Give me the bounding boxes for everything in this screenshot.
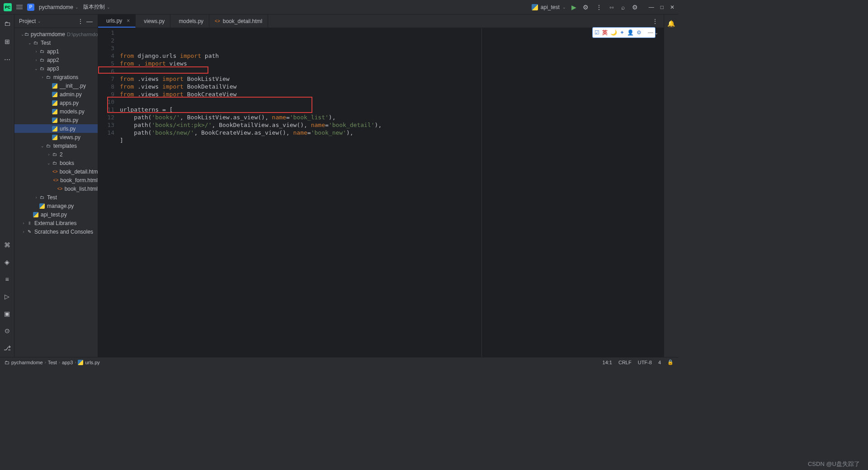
titlebar: PC P pycharmdome⌄ 版本控制⌄ api_test ⌄ ▶ ⚙ ⋮…: [0, 0, 678, 14]
editor-tabs: urls.py×views.pymodels.py<>book_detail.h…: [98, 14, 664, 28]
tree-item[interactable]: 🗀app3: [14, 64, 98, 73]
chevron-down-icon: ⌄: [38, 19, 41, 24]
project-tree[interactable]: 🗀pycharmdomeD:\pycharmdom🗀Test🗀app1🗀app2…: [14, 28, 98, 238]
git-icon[interactable]: ⎇: [4, 344, 11, 352]
chevron-down-icon: ⌄: [75, 5, 79, 9]
run-config-dropdown[interactable]: api_test ⌄: [532, 4, 566, 10]
structure-tool-icon[interactable]: ⊞: [5, 38, 10, 45]
editor-tab[interactable]: models.py: [170, 14, 209, 28]
python-icon: [532, 4, 538, 10]
services-icon[interactable]: ≡: [5, 276, 9, 283]
tree-item[interactable]: admin.py: [14, 90, 98, 99]
tree-item[interactable]: 🗀app1: [14, 47, 98, 56]
settings-icon[interactable]: ⚙: [631, 3, 639, 12]
gear-icon[interactable]: ⚙: [637, 29, 642, 36]
notifications-icon[interactable]: 🔔: [667, 20, 675, 27]
tree-item[interactable]: 🗀migrations: [14, 73, 98, 81]
tree-item[interactable]: 🗀pycharmdomeD:\pycharmdom: [14, 30, 98, 38]
tree-item[interactable]: api_test.py: [14, 210, 98, 219]
line-separator[interactable]: CRLF: [618, 360, 632, 365]
right-margin-line: [481, 28, 482, 357]
tree-item[interactable]: manage.py: [14, 202, 98, 210]
tree-item[interactable]: tests.py: [14, 116, 98, 124]
close-tab-icon[interactable]: ×: [127, 18, 130, 24]
collapse-icon[interactable]: —: [648, 29, 653, 36]
code-content[interactable]: from django.urls import pathfrom . impor…: [120, 28, 664, 357]
ime-check-icon[interactable]: ☑: [594, 29, 599, 36]
vcs-dropdown[interactable]: 版本控制⌄: [83, 3, 110, 11]
project-tool-icon[interactable]: 🗀: [4, 20, 10, 27]
indent-info[interactable]: 4: [658, 360, 661, 365]
terminal-icon[interactable]: ▣: [4, 310, 10, 317]
lock-icon[interactable]: 🔒: [667, 359, 674, 365]
status-bar: 🗀pycharmdome›Test›app3›urls.py 14:1 CRLF…: [0, 357, 678, 367]
close-button[interactable]: ✕: [670, 4, 675, 10]
right-tool-gutter: 🔔: [664, 14, 678, 357]
main-menu-icon[interactable]: [16, 5, 23, 9]
tree-item[interactable]: 🗀2: [14, 150, 98, 159]
breadcrumb[interactable]: 🗀pycharmdome›Test›app3›urls.py: [5, 360, 100, 365]
run-button[interactable]: ▶: [571, 4, 576, 11]
more-icon[interactable]: ⋮: [595, 3, 603, 12]
minimize-button[interactable]: —: [649, 4, 654, 10]
tree-item[interactable]: <>book_list.html: [14, 184, 98, 193]
maximize-button[interactable]: □: [660, 4, 664, 10]
tree-item[interactable]: __init__.py: [14, 81, 98, 90]
run-tool-icon[interactable]: ▷: [5, 293, 9, 300]
person-icon[interactable]: ◦◦: [609, 3, 615, 12]
line-numbers: 1234567891011121314: [98, 28, 120, 357]
project-dropdown[interactable]: pycharmdome⌄: [39, 4, 79, 10]
problems-icon[interactable]: ⊙: [5, 327, 10, 334]
tree-item[interactable]: ⫴External Libraries: [14, 219, 98, 227]
project-panel-header[interactable]: Project ⌄ ⋮ —: [14, 14, 98, 28]
left-tool-gutter: 🗀 ⊞ ⋯ ⌘ ◈ ≡ ▷ ▣ ⊙ ⎇: [0, 14, 14, 357]
more-tool-icon[interactable]: ⋯: [4, 56, 10, 63]
tree-item[interactable]: 🗀templates: [14, 141, 98, 150]
tree-item[interactable]: ✎Scratches and Consoles: [14, 227, 98, 236]
debug-icon[interactable]: ⚙: [582, 3, 590, 12]
tree-item[interactable]: views.py: [14, 133, 98, 141]
tree-item[interactable]: 🗀Test: [14, 38, 98, 47]
ime-toolbar[interactable]: ☑ 英 🌙 ✦ 👤 ⚙ —: [592, 27, 656, 38]
project-panel: Project ⌄ ⋮ — 🗀pycharmdomeD:\pycharmdom🗀…: [14, 14, 98, 357]
search-icon[interactable]: ⌕: [620, 3, 626, 12]
editor-tab[interactable]: <>book_detail.html: [209, 14, 268, 28]
code-area[interactable]: 1234567891011121314 from django.urls imp…: [98, 28, 664, 357]
tree-item[interactable]: <>book_form.html: [14, 176, 98, 184]
python-packages-icon[interactable]: ◈: [5, 258, 9, 266]
python-console-icon[interactable]: ⌘: [4, 241, 10, 249]
tree-item[interactable]: urls.py: [14, 124, 98, 133]
sparkle-icon[interactable]: ✦: [620, 29, 624, 36]
ime-lang-label[interactable]: 英: [602, 29, 608, 37]
file-encoding[interactable]: UTF-8: [638, 360, 652, 365]
person-icon[interactable]: 👤: [627, 29, 634, 36]
editor-tab[interactable]: urls.py×: [98, 14, 136, 28]
tree-item[interactable]: apps.py: [14, 99, 98, 107]
tree-item[interactable]: 🗀books: [14, 159, 98, 167]
tree-item[interactable]: <>book_detail.html: [14, 167, 98, 176]
panel-options-icon[interactable]: ⋮ —: [77, 18, 93, 25]
moon-icon[interactable]: 🌙: [610, 29, 617, 36]
tree-item[interactable]: 🗀app2: [14, 56, 98, 64]
chevron-down-icon: ⌄: [562, 5, 566, 9]
tree-item[interactable]: models.py: [14, 107, 98, 116]
editor-area: urls.py×views.pymodels.py<>book_detail.h…: [98, 14, 664, 357]
cursor-position[interactable]: 14:1: [603, 360, 612, 365]
tree-item[interactable]: 🗀Test: [14, 193, 98, 202]
tab-list-icon[interactable]: ⋮: [651, 17, 659, 26]
editor-tab[interactable]: views.py: [136, 14, 170, 28]
chevron-down-icon: ⌄: [107, 5, 110, 9]
project-badge: P: [27, 4, 34, 11]
app-logo[interactable]: PC: [4, 3, 12, 11]
